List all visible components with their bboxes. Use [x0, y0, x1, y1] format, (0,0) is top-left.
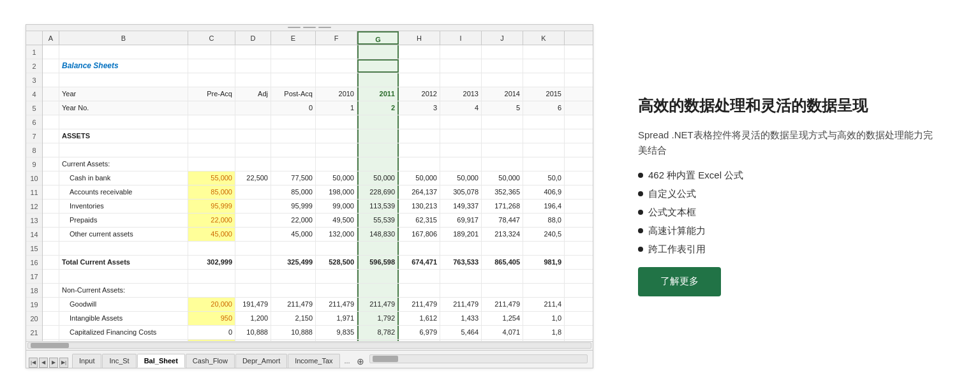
tab-more-button[interactable]: ... [341, 354, 354, 368]
col-header-g[interactable]: G [357, 31, 399, 45]
column-headers: A B C D E F G H I J K [26, 31, 593, 45]
sheet-tab-cashflow[interactable]: Cash_Flow [186, 354, 235, 368]
list-item: 自定义公式 [638, 188, 942, 200]
table-row [43, 143, 593, 157]
sheet-tab-incometax[interactable]: Income_Tax [288, 354, 339, 368]
sheet-tab-input[interactable]: Input [72, 354, 101, 368]
col-header-a[interactable]: A [43, 31, 59, 45]
table-row: Non-Current Assets: [43, 284, 593, 298]
tab-bar: |◀ ◀ ▶ ▶| Input Inc_St Bal_Sheet Cash_Fl… [26, 350, 593, 368]
table-row: Year No. 0 1 2 3 4 5 6 [43, 101, 593, 115]
bullet-icon [638, 173, 643, 178]
list-item: 跨工作表引用 [638, 243, 942, 256]
tab-nav-last[interactable]: ▶| [59, 358, 68, 368]
feature-label: 跨工作表引用 [648, 243, 706, 256]
grid-area[interactable]: Balance Sheets [43, 45, 593, 341]
table-row: Year Pre-Acq Adj Post-Acq 2010 2011 2012… [43, 87, 593, 101]
sheet-tab-balsheet[interactable]: Bal_Sheet [137, 354, 185, 368]
list-item: 462 种内置 Excel 公式 [638, 170, 942, 182]
col-header-k[interactable]: K [523, 31, 565, 45]
table-row: Balance Sheets [43, 59, 593, 73]
list-item: 公式文本框 [638, 207, 942, 219]
table-row: Intangible Assets 950 1,200 2,150 1,971 … [43, 312, 593, 326]
table-row: Total Current Assets 302,999 325,499 528… [43, 256, 593, 270]
table-row [43, 73, 593, 87]
col-header-j[interactable]: J [482, 31, 523, 45]
tab-add-button[interactable]: ⊕ [354, 355, 367, 368]
table-row: Capitalized Financing Costs 0 10,888 10,… [43, 326, 593, 340]
list-item: 高速计算能力 [638, 225, 942, 237]
tab-scrollbar[interactable] [369, 354, 588, 363]
tab-nav-next[interactable]: ▶ [49, 358, 58, 368]
table-row: Accounts receivable 85,000 85,000 198,00… [43, 185, 593, 200]
col-header-e[interactable]: E [271, 31, 316, 45]
table-row: Current Assets: [43, 157, 593, 171]
table-row [43, 115, 593, 129]
right-title: 高效的数据处理和灵活的数据呈现 [638, 96, 942, 115]
bullet-icon [638, 247, 643, 252]
feature-label: 自定义公式 [648, 188, 696, 200]
table-row: Prepaids 22,000 22,000 49,500 55,539 62,… [43, 214, 593, 228]
right-subtitle: Spread .NET表格控件将灵活的数据呈现方式与高效的数据处理能力完美结合 [638, 127, 942, 158]
features-list: 462 种内置 Excel 公式 自定义公式 公式文本框 高速计算能力 跨工作表… [638, 170, 942, 256]
table-row: Goodwill 20,000 191,479 211,479 211,479 … [43, 298, 593, 312]
bullet-icon [638, 228, 643, 233]
spreadsheet-panel: A B C D E F G H I J K 1 2 3 4 5 6 7 8 9 [26, 24, 593, 368]
bullet-icon [638, 191, 643, 196]
tab-nav-prev[interactable]: ◀ [39, 358, 48, 368]
sheet-tab-incst[interactable]: Inc_St [102, 354, 136, 368]
table-row: ASSETS [43, 129, 593, 143]
sheet-tab-depramort[interactable]: Depr_Amort [235, 354, 287, 368]
corner-cell [26, 31, 43, 45]
feature-label: 高速计算能力 [648, 225, 706, 237]
col-header-d[interactable]: D [235, 31, 271, 45]
row-numbers: 1 2 3 4 5 6 7 8 9 10 11 12 13 14 15 16 1… [26, 45, 43, 341]
resize-handle[interactable] [26, 25, 593, 31]
main-container: A B C D E F G H I J K 1 2 3 4 5 6 7 8 9 [0, 0, 980, 392]
bullet-icon [638, 210, 643, 215]
tab-navigation: |◀ ◀ ▶ ▶| [29, 358, 68, 368]
spreadsheet-body: 1 2 3 4 5 6 7 8 9 10 11 12 13 14 15 16 1… [26, 45, 593, 341]
table-row: Other current assets 45,000 45,000 132,0… [43, 228, 593, 242]
col-header-i[interactable]: I [440, 31, 482, 45]
balance-sheets-title: Balance Sheets [62, 59, 119, 73]
learn-more-button[interactable]: 了解更多 [638, 267, 721, 296]
table-row: Cash in bank 55,000 22,500 77,500 50,000… [43, 171, 593, 185]
table-row [43, 270, 593, 284]
feature-label: 公式文本框 [648, 207, 696, 219]
right-panel: 高效的数据处理和灵活的数据呈现 Spread .NET表格控件将灵活的数据呈现方… [619, 83, 954, 309]
table-row [43, 242, 593, 256]
horizontal-scrollbar[interactable] [26, 341, 593, 350]
table-row [43, 45, 593, 59]
col-header-f[interactable]: F [316, 31, 357, 45]
col-header-c[interactable]: C [188, 31, 235, 45]
col-header-h[interactable]: H [399, 31, 440, 45]
col-header-b[interactable]: B [59, 31, 188, 45]
table-row: Inventories 95,999 95,999 99,000 113,539… [43, 200, 593, 214]
tab-nav-first[interactable]: |◀ [29, 358, 38, 368]
feature-label: 462 种内置 Excel 公式 [648, 170, 743, 182]
